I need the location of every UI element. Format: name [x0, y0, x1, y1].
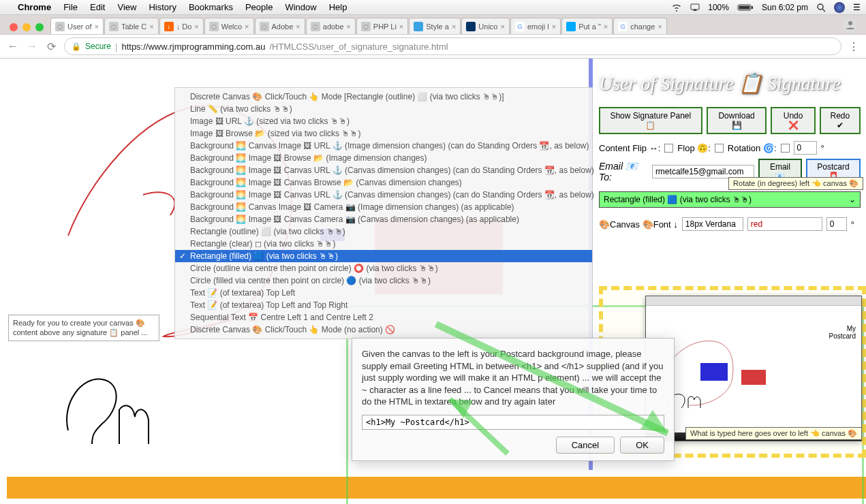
- dropdown-option[interactable]: Circle (filled via centre then point on …: [175, 274, 592, 287]
- dropdown-option[interactable]: Sequential Text 📅 Centre Left 1 and Cent…: [175, 311, 592, 324]
- dropdown-option[interactable]: Text 📝 (of textarea) Top Left and Top Ri…: [175, 299, 592, 311]
- close-tab[interactable]: ×: [452, 22, 456, 31]
- close-tab[interactable]: ×: [604, 22, 608, 31]
- chrome-menu[interactable]: ⋮: [848, 40, 859, 53]
- mode-select[interactable]: Rectangle (filled) 🟦 (via two clicks 🖱🖱)…: [599, 191, 861, 208]
- dropdown-option[interactable]: Background 🌅 Image 🖼 Canvas URL ⚓ (Canva…: [175, 189, 592, 201]
- reload-button[interactable]: ⟳: [45, 40, 57, 53]
- wifi-icon[interactable]: [671, 3, 682, 12]
- tab-9[interactable]: Gemoji l×: [510, 18, 561, 34]
- favicon: [466, 22, 476, 31]
- menu-help[interactable]: Help: [329, 2, 347, 12]
- close-tab[interactable]: ×: [149, 22, 153, 31]
- svg-rect-2: [739, 6, 749, 10]
- siri-icon[interactable]: [834, 2, 845, 13]
- flip-checkbox[interactable]: [664, 144, 673, 153]
- email-input[interactable]: [652, 165, 754, 178]
- tab-6[interactable]: ◌PHP Li×: [356, 18, 408, 34]
- tab-11[interactable]: Gchange×: [613, 18, 667, 34]
- notification-icon[interactable]: ☰: [853, 3, 861, 12]
- menu-view[interactable]: View: [117, 2, 136, 12]
- prompt-input[interactable]: [362, 415, 664, 430]
- separator: |: [115, 42, 117, 52]
- tab-5[interactable]: ◌adobe×: [306, 18, 356, 34]
- show-signature-button[interactable]: Show Signature Panel 📋: [599, 107, 702, 134]
- close-tab[interactable]: ×: [296, 22, 300, 31]
- dropdown-option[interactable]: Image 🖼 URL ⚓ (sized via two clicks 🖱🖱): [175, 115, 592, 127]
- canvas-font-row: 🎨Canvas 🎨Font ↓ °: [599, 217, 861, 231]
- rotation-input[interactable]: [794, 141, 817, 155]
- number-input[interactable]: [826, 217, 847, 231]
- dropdown-option[interactable]: Background 🌅 Canvas Image 🖼 Camera 📷 (Im…: [175, 201, 592, 213]
- browser-toolbar: ← → ⟳ 🔒 Secure | https://www.rjmprogramm…: [0, 34, 866, 59]
- spotlight-icon[interactable]: [816, 2, 826, 12]
- tab-8[interactable]: Unico×: [461, 18, 510, 34]
- canvas-font-label: 🎨Canvas 🎨Font ↓: [599, 219, 678, 230]
- menu-history[interactable]: History: [149, 2, 176, 12]
- tab-1[interactable]: ◌Table C×: [104, 18, 159, 34]
- app-name[interactable]: Chrome: [18, 2, 51, 12]
- textarea-hint: What is typed here goes over to left 👈 c…: [685, 427, 862, 440]
- mode-dropdown[interactable]: Discrete Canvas 🎨 Click/Touch 👆 Mode [Re…: [174, 87, 593, 339]
- close-window[interactable]: [10, 23, 18, 31]
- tab-7[interactable]: Style a×: [409, 18, 461, 34]
- dropdown-option[interactable]: Discrete Canvas 🎨 Click/Touch 👆 Mode [Re…: [175, 91, 592, 103]
- cancel-button[interactable]: Cancel: [556, 437, 615, 454]
- dropdown-option[interactable]: Text 📝 (of textarea) Top Left: [175, 287, 592, 299]
- menu-window[interactable]: Window: [285, 2, 316, 12]
- tab-0[interactable]: ◌User of×: [50, 18, 104, 34]
- close-tab[interactable]: ×: [194, 22, 198, 31]
- window-controls: [5, 23, 50, 34]
- ok-button[interactable]: OK: [620, 437, 664, 454]
- dropdown-option[interactable]: Line 📏 (via two clicks 🖱🖱): [175, 103, 592, 115]
- battery-icon: [737, 3, 754, 12]
- zoom-window[interactable]: [35, 23, 44, 31]
- tab-2[interactable]: ↓↓ Do×: [159, 18, 204, 34]
- tab-label: ↓ Do: [176, 22, 192, 31]
- airplay-icon[interactable]: [690, 3, 700, 12]
- tab-3[interactable]: ◌Welco×: [204, 18, 254, 34]
- lock-icon: 🔒: [72, 42, 81, 51]
- close-tab[interactable]: ×: [658, 22, 662, 31]
- dropdown-option[interactable]: Circle (outline via centre then point on…: [175, 262, 592, 274]
- back-button[interactable]: ←: [7, 40, 19, 52]
- battery-text: 100%: [708, 3, 729, 12]
- secure-label: Secure: [85, 42, 111, 51]
- close-tab[interactable]: ×: [245, 22, 249, 31]
- svg-rect-3: [752, 6, 753, 9]
- clock[interactable]: Sun 6:02 pm: [762, 3, 808, 12]
- address-bar[interactable]: 🔒 Secure | https://www.rjmprogramming.co…: [64, 37, 841, 55]
- close-tab[interactable]: ×: [500, 22, 504, 31]
- close-tab[interactable]: ×: [552, 22, 556, 31]
- dropdown-option[interactable]: Background 🌅 Image 🖼 Browse 📂 (Image dim…: [175, 152, 592, 164]
- menu-file[interactable]: File: [63, 2, 78, 12]
- dropdown-option[interactable]: Image 🖼 Browse 📂 (sized via two clicks 🖱…: [175, 127, 592, 140]
- download-button[interactable]: Download 💾: [707, 107, 767, 134]
- redo-button[interactable]: Redo ✔: [820, 107, 861, 134]
- dropdown-option[interactable]: Background 🌅 Canvas Image 🖼 URL ⚓ (Image…: [175, 140, 592, 152]
- menu-bookmarks[interactable]: Bookmarks: [189, 2, 233, 12]
- minimize-window[interactable]: [22, 23, 31, 31]
- dropdown-option[interactable]: Background 🌅 Image 🖼 Canvas Browse 📂 (Ca…: [175, 176, 592, 189]
- svg-point-6: [848, 21, 852, 25]
- tab-4[interactable]: ◌Adobe×: [255, 18, 305, 34]
- close-tab[interactable]: ×: [346, 22, 350, 31]
- dropdown-option[interactable]: Background 🌅 Image 🖼 Canvas URL ⚓ (Canva…: [175, 164, 592, 176]
- dropdown-option[interactable]: Rectangle (filled) 🟦 (via two clicks 🖱🖱): [175, 250, 592, 262]
- prompt-text: Given the canvas to the left is your Pos…: [362, 348, 664, 408]
- dropdown-option[interactable]: Rectangle (clear) ◻ (via two clicks 🖱🖱): [175, 238, 592, 250]
- dropdown-option[interactable]: Rectangle (outline) ⬜ (via two clicks 🖱🖱…: [175, 225, 592, 238]
- close-tab[interactable]: ×: [94, 22, 98, 31]
- dropdown-option[interactable]: Background 🌅 Image 🖼 Canvas Camera 📷 (Ca…: [175, 213, 592, 225]
- font-input[interactable]: [682, 217, 743, 231]
- tab-10[interactable]: Put a "×: [561, 18, 613, 34]
- color-input[interactable]: [747, 217, 822, 231]
- dropdown-option[interactable]: Discrete Canvas 🎨 Click/Touch 👆 Mode (no…: [175, 324, 592, 336]
- rotation-checkbox[interactable]: [781, 144, 790, 153]
- flop-checkbox[interactable]: [715, 144, 724, 153]
- menu-edit[interactable]: Edit: [90, 2, 105, 12]
- close-tab[interactable]: ×: [399, 22, 403, 31]
- profile-avatar[interactable]: [843, 18, 858, 33]
- undo-button[interactable]: Undo ❌: [771, 107, 815, 134]
- menu-people[interactable]: People: [245, 2, 273, 12]
